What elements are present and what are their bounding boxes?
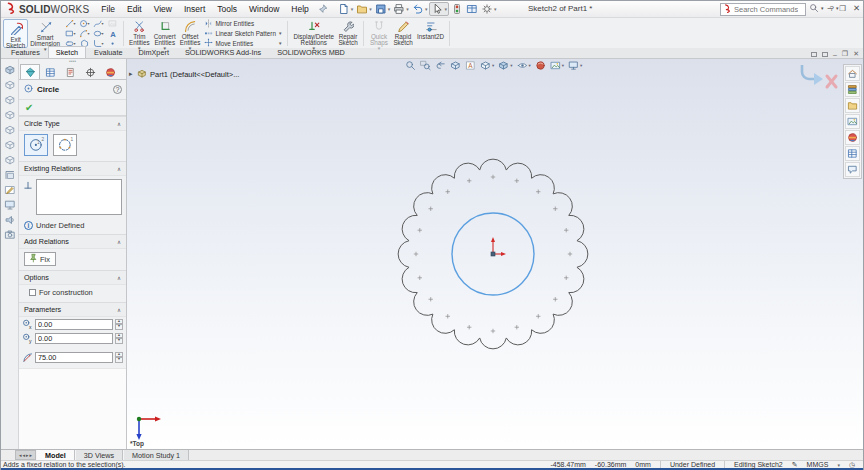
trim-entities-button[interactable]: Trim Entities ▼: [127, 19, 152, 48]
instant2d-button[interactable]: Instant2D: [415, 19, 446, 48]
doc-close-button[interactable]: ✕: [853, 50, 859, 58]
radius-spinner[interactable]: ▲▼: [115, 352, 123, 363]
arc-center-point-mark[interactable]: [564, 276, 568, 280]
rectangle-tool-button[interactable]: ▾: [63, 29, 77, 39]
selected-circle[interactable]: [452, 213, 534, 295]
print-button[interactable]: ▾: [392, 2, 410, 16]
center-circle-button[interactable]: 21: [24, 134, 48, 156]
center-x-input[interactable]: [35, 319, 113, 330]
arc-center-point-mark[interactable]: [446, 190, 450, 194]
menu-window[interactable]: Window: [243, 3, 285, 15]
arc-center-point-mark[interactable]: [553, 297, 557, 301]
arc-center-point-mark[interactable]: [515, 325, 519, 329]
repair-sketch-button[interactable]: Repair Sketch: [336, 19, 360, 48]
origin-y-arrowhead[interactable]: [491, 237, 495, 242]
dropdown-icon[interactable]: ▾: [529, 63, 531, 68]
arc-center-point-mark[interactable]: [418, 276, 422, 280]
arc-center-point-mark[interactable]: [564, 228, 568, 232]
arc-center-point-mark[interactable]: [414, 252, 418, 256]
previous-view-button[interactable]: [435, 60, 446, 71]
task-pane-appearances-tab[interactable]: [845, 130, 860, 145]
menu-edit[interactable]: Edit: [121, 3, 148, 15]
tab-scroll-buttons[interactable]: ◂◂▸▸: [15, 450, 36, 460]
exit-sketch-corner-icon[interactable]: [802, 65, 815, 79]
dropdown-icon[interactable]: ▾: [425, 6, 428, 12]
edit-sketch-icon[interactable]: [4, 184, 16, 196]
perimeter-circle-button[interactable]: 1: [53, 134, 77, 156]
xpress-products-button[interactable]: [450, 2, 464, 16]
minimize-button[interactable]: –: [827, 3, 832, 13]
unit-system[interactable]: MMGS: [807, 461, 829, 468]
offset-entities-button[interactable]: Offset Entities ▼: [178, 19, 203, 48]
menu-tools[interactable]: Tools: [211, 3, 243, 15]
doc-tab-model[interactable]: Model: [36, 450, 75, 460]
zoom-fit-button[interactable]: [405, 60, 416, 71]
dropdown-icon[interactable]: ▾: [562, 63, 564, 68]
ribbon-tab-evaluate[interactable]: Evaluate: [86, 46, 130, 58]
shaded-cube-icon[interactable]: [4, 64, 16, 76]
arc-center-point-mark[interactable]: [515, 179, 519, 183]
display-manager-tab[interactable]: [80, 64, 100, 79]
feature-tree-flyout-arrow[interactable]: ▸: [129, 70, 133, 78]
arc-center-point-mark[interactable]: [429, 297, 433, 301]
audio-icon[interactable]: [4, 214, 16, 226]
dropdown-icon[interactable]: ▾: [74, 21, 76, 26]
menu-insert[interactable]: Insert: [178, 3, 211, 15]
dropdown-icon[interactable]: ▾: [492, 63, 494, 68]
for-construction-checkbox[interactable]: [29, 289, 36, 296]
dropdown-icon[interactable]: ▾: [102, 21, 104, 26]
monitor-sm-icon[interactable]: [4, 199, 16, 211]
configuration-manager-tab[interactable]: [40, 64, 60, 79]
ribbon-tab-sketch[interactable]: Sketch: [48, 46, 86, 58]
rapid-sketch-button[interactable]: Rapid Sketch: [391, 19, 415, 48]
arc-center-point-mark[interactable]: [553, 207, 557, 211]
search-magnifier-icon[interactable]: [809, 3, 819, 13]
arc-center-point-mark[interactable]: [467, 179, 471, 183]
doc-tab-motion-study-1[interactable]: Motion Study 1: [123, 450, 189, 460]
dropdown-icon[interactable]: ▾: [74, 41, 76, 46]
line-tool-button[interactable]: ▾: [63, 19, 77, 29]
close-button[interactable]: ✕: [853, 3, 860, 13]
dropdown-icon[interactable]: ▾: [351, 6, 354, 12]
corner-plane-icon[interactable]: [4, 169, 16, 181]
restore-button[interactable]: ❐: [839, 4, 846, 13]
task-pane-view-palette-tab[interactable]: [845, 114, 860, 129]
arc-center-point-mark[interactable]: [429, 207, 433, 211]
arc-center-point-mark[interactable]: [467, 325, 471, 329]
pin-icon[interactable]: [318, 4, 328, 14]
search-box[interactable]: [720, 3, 806, 16]
sketch-canvas[interactable]: [127, 59, 863, 449]
task-pane-custom-properties-tab[interactable]: [845, 146, 860, 161]
dropdown-icon[interactable]: ▾: [406, 6, 409, 12]
window-layout-button[interactable]: [465, 2, 479, 16]
appearance-manager-tab[interactable]: [100, 64, 120, 79]
task-pane-home-tab[interactable]: [845, 66, 860, 81]
dimxpert-manager-tab[interactable]: [60, 64, 80, 79]
spline-tool-button[interactable]: ▾: [91, 19, 105, 29]
arc-center-point-mark[interactable]: [568, 252, 572, 256]
camera-box-icon[interactable]: [4, 229, 16, 241]
dropdown-icon[interactable]: ▾: [74, 31, 76, 36]
menu-help[interactable]: Help: [285, 3, 314, 15]
feature-tree-root[interactable]: Part1 (Default<<Default>...: [137, 68, 239, 80]
annotation-view-button[interactable]: A: [465, 60, 476, 71]
center-y-input[interactable]: [35, 333, 113, 344]
task-pane-design-library-tab[interactable]: [845, 82, 860, 97]
task-pane-file-explorer-tab[interactable]: [845, 98, 860, 113]
arc-center-point-mark[interactable]: [536, 314, 540, 318]
dropdown-icon[interactable]: ▾: [388, 6, 391, 12]
arc-tool-button[interactable]: ▾: [77, 29, 91, 39]
center-y-spinner[interactable]: ▲▼: [115, 333, 123, 344]
cube-icon[interactable]: [4, 79, 16, 91]
smart-dimension-button[interactable]: Smart Dimension ▼: [28, 19, 62, 48]
dropdown-icon[interactable]: ▾: [580, 63, 582, 68]
cube-icon[interactable]: [4, 109, 16, 121]
section-options[interactable]: Options∧: [19, 270, 126, 285]
task-pane-forum-tab[interactable]: [845, 162, 860, 177]
ok-check-button[interactable]: ✔: [25, 102, 33, 113]
new-button[interactable]: ▾: [337, 2, 355, 16]
exit-sketch-button[interactable]: Exit Sketch: [3, 19, 28, 48]
linear-sketch-pattern-button[interactable]: Linear Sketch Pattern▼: [204, 29, 282, 38]
circle-tool-button[interactable]: ▾: [77, 19, 91, 29]
edit-appearance-button[interactable]: [535, 60, 546, 71]
